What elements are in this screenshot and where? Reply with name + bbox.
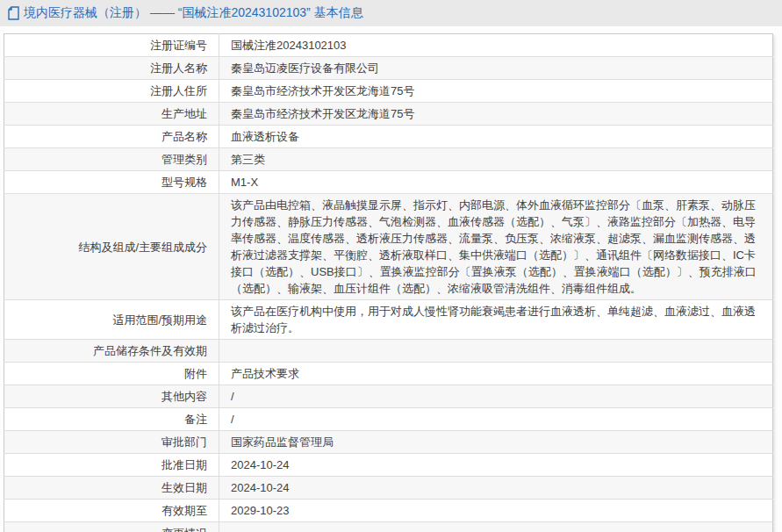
row-label: 生效日期 xyxy=(4,477,219,500)
table-row: 变更情况 xyxy=(4,522,773,532)
table-row: 生产地址 秦皇岛市经济技术开发区龙海道75号 xyxy=(4,103,773,126)
table-row: 批准日期 2024-10-24 xyxy=(4,454,773,477)
row-label: 变更情况 xyxy=(4,522,219,532)
row-label: 注册证编号 xyxy=(4,34,219,57)
row-value xyxy=(219,340,773,363)
row-label: 产品储存条件及有效期 xyxy=(4,340,219,363)
row-label: 注册人名称 xyxy=(4,57,219,80)
row-value: 第三类 xyxy=(219,148,773,171)
row-label: 其他内容 xyxy=(4,385,219,408)
row-value: M1-X xyxy=(219,171,773,194)
table-row: 审批部门 国家药品监督管理局 xyxy=(4,431,773,454)
row-value: 国械注准20243102103 xyxy=(219,34,773,57)
table-row: 注册人住所 秦皇岛市经济技术开发区龙海道75号 xyxy=(4,80,773,103)
table-row: 产品名称 血液透析设备 xyxy=(4,126,773,148)
table-row: 结构及组成/主要组成成分 该产品由电控箱、液晶触摸显示屏、指示灯、内部电源、体外… xyxy=(4,194,773,300)
row-value: / xyxy=(219,408,773,431)
row-label: 备注 xyxy=(4,408,219,431)
table-row: 产品储存条件及有效期 xyxy=(4,340,773,363)
row-value: 秦皇岛市经济技术开发区龙海道75号 xyxy=(219,80,773,103)
table-row: 有效期至 2029-10-23 xyxy=(4,500,773,522)
row-value: 秦皇岛市经济技术开发区龙海道75号 xyxy=(219,103,773,126)
row-label: 批准日期 xyxy=(4,454,219,477)
row-value: 血液透析设备 xyxy=(219,126,773,148)
row-label: 产品名称 xyxy=(4,126,219,148)
table-row: 生效日期 2024-10-24 xyxy=(4,477,773,500)
table-row: 适用范围/预期用途 该产品在医疗机构中使用，用于对成人慢性肾功能衰竭患者进行血液… xyxy=(4,300,773,340)
row-value: 2024-10-24 xyxy=(219,477,773,500)
row-value xyxy=(219,522,773,532)
row-value: 2024-10-24 xyxy=(219,454,773,477)
row-value: 国家药品监督管理局 xyxy=(219,431,773,454)
row-value: 该产品在医疗机构中使用，用于对成人慢性肾功能衰竭患者进行血液透析、单纯超滤、血液… xyxy=(219,300,773,340)
page-title: 境内医疗器械（注册） —— “国械注准20243102103” 基本信息 xyxy=(24,5,363,21)
row-label: 生产地址 xyxy=(4,103,219,126)
row-value: 产品技术要求 xyxy=(219,363,773,385)
row-label: 附件 xyxy=(4,363,219,385)
document-icon xyxy=(8,6,19,20)
row-label: 适用范围/预期用途 xyxy=(4,300,219,340)
registration-info-table: 注册证编号 国械注准20243102103 注册人名称 秦皇岛迈凌医疗设备有限公… xyxy=(4,33,773,532)
row-value: 该产品由电控箱、液晶触摸显示屏、指示灯、内部电源、体外血液循环监控部分〔血泵、肝… xyxy=(219,194,773,300)
table-row: 管理类别 第三类 xyxy=(4,148,773,171)
row-label: 有效期至 xyxy=(4,500,219,522)
row-value: 秦皇岛迈凌医疗设备有限公司 xyxy=(219,57,773,80)
table-row: 其他内容 / xyxy=(4,385,773,408)
page-header: 境内医疗器械（注册） —— “国械注准20243102103” 基本信息 xyxy=(0,0,782,26)
table-row: 注册人名称 秦皇岛迈凌医疗设备有限公司 xyxy=(4,57,773,80)
row-label: 注册人住所 xyxy=(4,80,219,103)
table-row: 注册证编号 国械注准20243102103 xyxy=(4,34,773,57)
row-label: 管理类别 xyxy=(4,148,219,171)
table-row: 附件 产品技术要求 xyxy=(4,363,773,385)
row-value: 2029-10-23 xyxy=(219,500,773,522)
row-label: 型号规格 xyxy=(4,171,219,194)
table-row: 备注 / xyxy=(4,408,773,431)
row-label: 结构及组成/主要组成成分 xyxy=(4,194,219,300)
row-label: 审批部门 xyxy=(4,431,219,454)
table-row: 型号规格 M1-X xyxy=(4,171,773,194)
row-value: / xyxy=(219,385,773,408)
